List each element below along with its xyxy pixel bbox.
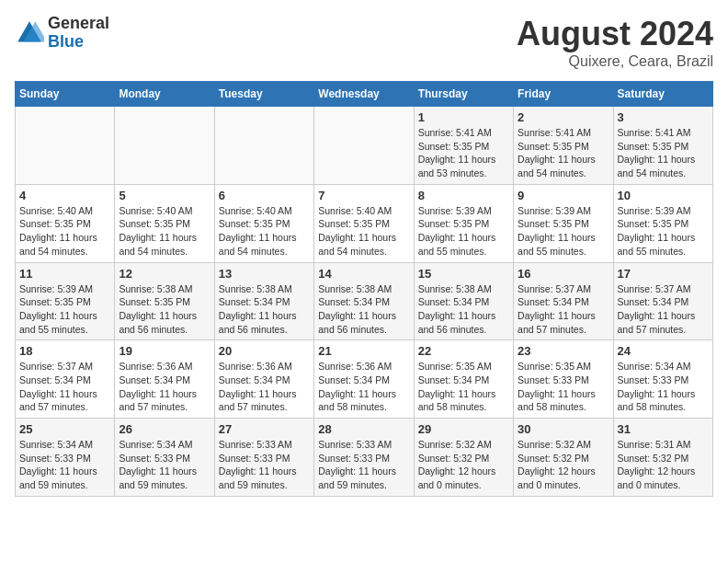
week-row-2: 4Sunrise: 5:40 AMSunset: 5:35 PMDaylight… xyxy=(16,184,713,262)
day-number: 9 xyxy=(518,189,609,202)
day-info: Sunrise: 5:41 AMSunset: 5:35 PMDaylight:… xyxy=(518,126,609,180)
day-info: Sunrise: 5:37 AMSunset: 5:34 PMDaylight:… xyxy=(19,360,110,414)
day-info: Sunrise: 5:38 AMSunset: 5:34 PMDaylight:… xyxy=(318,282,409,337)
day-number: 17 xyxy=(618,267,709,281)
day-number: 7 xyxy=(318,189,409,202)
calendar-cell: 29Sunrise: 5:32 AMSunset: 5:32 PMDayligh… xyxy=(414,419,513,497)
calendar-cell: 28Sunrise: 5:33 AMSunset: 5:33 PMDayligh… xyxy=(314,419,414,497)
calendar-cell: 16Sunrise: 5:37 AMSunset: 5:34 PMDayligh… xyxy=(514,262,613,340)
calendar-cell: 9Sunrise: 5:39 AMSunset: 5:35 PMDaylight… xyxy=(514,184,613,262)
weekday-header-sunday: Sunday xyxy=(16,82,115,107)
day-info: Sunrise: 5:36 AMSunset: 5:34 PMDaylight:… xyxy=(219,360,310,414)
calendar-cell: 6Sunrise: 5:40 AMSunset: 5:35 PMDaylight… xyxy=(214,184,313,262)
calendar-cell: 5Sunrise: 5:40 AMSunset: 5:35 PMDaylight… xyxy=(115,184,214,262)
day-number: 13 xyxy=(219,267,310,281)
day-info: Sunrise: 5:38 AMSunset: 5:35 PMDaylight:… xyxy=(119,282,210,337)
day-info: Sunrise: 5:35 AMSunset: 5:33 PMDaylight:… xyxy=(518,360,609,414)
day-info: Sunrise: 5:32 AMSunset: 5:32 PMDaylight:… xyxy=(418,438,509,492)
day-number: 6 xyxy=(219,189,310,202)
calendar-cell: 14Sunrise: 5:38 AMSunset: 5:34 PMDayligh… xyxy=(314,262,414,340)
day-number: 20 xyxy=(219,344,310,358)
calendar-cell: 22Sunrise: 5:35 AMSunset: 5:34 PMDayligh… xyxy=(414,340,513,419)
day-number: 10 xyxy=(618,189,709,202)
day-number: 4 xyxy=(19,189,110,202)
day-number: 30 xyxy=(518,422,609,436)
day-number: 26 xyxy=(119,422,210,436)
day-number: 18 xyxy=(19,344,110,358)
calendar-cell: 7Sunrise: 5:40 AMSunset: 5:35 PMDaylight… xyxy=(314,184,414,262)
calendar-cell: 4Sunrise: 5:40 AMSunset: 5:35 PMDaylight… xyxy=(16,184,115,262)
calendar-cell xyxy=(16,107,115,185)
day-info: Sunrise: 5:33 AMSunset: 5:33 PMDaylight:… xyxy=(318,438,409,492)
logo-blue-text: Blue xyxy=(48,33,109,52)
calendar-cell: 11Sunrise: 5:39 AMSunset: 5:35 PMDayligh… xyxy=(16,262,115,340)
day-number: 29 xyxy=(418,422,509,436)
calendar-cell: 12Sunrise: 5:38 AMSunset: 5:35 PMDayligh… xyxy=(115,262,214,340)
calendar-cell: 2Sunrise: 5:41 AMSunset: 5:35 PMDaylight… xyxy=(514,107,613,185)
calendar-cell: 23Sunrise: 5:35 AMSunset: 5:33 PMDayligh… xyxy=(514,340,613,419)
day-number: 1 xyxy=(418,110,509,124)
calendar-cell: 3Sunrise: 5:41 AMSunset: 5:35 PMDaylight… xyxy=(613,107,712,185)
logo-general-text: General xyxy=(48,15,109,33)
calendar-cell: 30Sunrise: 5:32 AMSunset: 5:32 PMDayligh… xyxy=(514,419,613,497)
day-info: Sunrise: 5:38 AMSunset: 5:34 PMDaylight:… xyxy=(418,282,509,337)
day-info: Sunrise: 5:40 AMSunset: 5:35 PMDaylight:… xyxy=(119,204,210,259)
calendar-cell: 13Sunrise: 5:38 AMSunset: 5:34 PMDayligh… xyxy=(214,262,313,340)
day-info: Sunrise: 5:36 AMSunset: 5:34 PMDaylight:… xyxy=(318,360,409,414)
week-row-1: 1Sunrise: 5:41 AMSunset: 5:35 PMDaylight… xyxy=(16,107,713,185)
day-number: 15 xyxy=(418,267,509,281)
week-row-3: 11Sunrise: 5:39 AMSunset: 5:35 PMDayligh… xyxy=(16,262,713,340)
day-info: Sunrise: 5:40 AMSunset: 5:35 PMDaylight:… xyxy=(318,204,409,259)
day-info: Sunrise: 5:41 AMSunset: 5:35 PMDaylight:… xyxy=(418,126,509,180)
day-number: 11 xyxy=(19,267,110,281)
calendar-cell: 17Sunrise: 5:37 AMSunset: 5:34 PMDayligh… xyxy=(613,262,712,340)
page-header: General Blue August 2024 Quixere, Ceara,… xyxy=(15,15,713,70)
day-info: Sunrise: 5:39 AMSunset: 5:35 PMDaylight:… xyxy=(518,204,609,259)
calendar-cell: 25Sunrise: 5:34 AMSunset: 5:33 PMDayligh… xyxy=(16,419,115,497)
weekday-header-monday: Monday xyxy=(115,82,214,107)
day-info: Sunrise: 5:34 AMSunset: 5:33 PMDaylight:… xyxy=(618,360,709,414)
week-row-4: 18Sunrise: 5:37 AMSunset: 5:34 PMDayligh… xyxy=(16,340,713,419)
day-info: Sunrise: 5:37 AMSunset: 5:34 PMDaylight:… xyxy=(518,282,609,337)
weekday-header-saturday: Saturday xyxy=(613,82,712,107)
calendar-cell xyxy=(115,107,214,185)
day-info: Sunrise: 5:36 AMSunset: 5:34 PMDaylight:… xyxy=(119,360,210,414)
weekday-header-thursday: Thursday xyxy=(414,82,513,107)
day-number: 16 xyxy=(518,267,609,281)
weekday-header-wednesday: Wednesday xyxy=(314,82,414,107)
day-info: Sunrise: 5:35 AMSunset: 5:34 PMDaylight:… xyxy=(418,360,509,414)
day-number: 5 xyxy=(119,189,210,202)
day-info: Sunrise: 5:37 AMSunset: 5:34 PMDaylight:… xyxy=(618,282,709,337)
day-info: Sunrise: 5:32 AMSunset: 5:32 PMDaylight:… xyxy=(518,438,609,492)
calendar-cell: 31Sunrise: 5:31 AMSunset: 5:32 PMDayligh… xyxy=(613,419,712,497)
calendar-cell: 27Sunrise: 5:33 AMSunset: 5:33 PMDayligh… xyxy=(214,419,313,497)
day-number: 8 xyxy=(418,189,509,202)
calendar-table: SundayMondayTuesdayWednesdayThursdayFrid… xyxy=(15,81,713,497)
day-number: 14 xyxy=(318,267,409,281)
logo-icon xyxy=(15,18,44,48)
day-info: Sunrise: 5:34 AMSunset: 5:33 PMDaylight:… xyxy=(119,438,210,492)
day-info: Sunrise: 5:31 AMSunset: 5:32 PMDaylight:… xyxy=(618,438,709,492)
calendar-cell: 18Sunrise: 5:37 AMSunset: 5:34 PMDayligh… xyxy=(16,340,115,419)
day-number: 22 xyxy=(418,344,509,358)
day-number: 31 xyxy=(618,422,709,436)
calendar-cell: 8Sunrise: 5:39 AMSunset: 5:35 PMDaylight… xyxy=(414,184,513,262)
calendar-cell: 10Sunrise: 5:39 AMSunset: 5:35 PMDayligh… xyxy=(613,184,712,262)
weekday-header-tuesday: Tuesday xyxy=(214,82,313,107)
calendar-cell: 1Sunrise: 5:41 AMSunset: 5:35 PMDaylight… xyxy=(414,107,513,185)
day-number: 28 xyxy=(318,422,409,436)
day-number: 23 xyxy=(518,344,609,358)
month-year-title: August 2024 xyxy=(517,15,713,53)
title-block: August 2024 Quixere, Ceara, Brazil xyxy=(517,15,713,70)
calendar-cell: 21Sunrise: 5:36 AMSunset: 5:34 PMDayligh… xyxy=(314,340,414,419)
day-info: Sunrise: 5:40 AMSunset: 5:35 PMDaylight:… xyxy=(219,204,310,259)
day-number: 27 xyxy=(219,422,310,436)
day-info: Sunrise: 5:38 AMSunset: 5:34 PMDaylight:… xyxy=(219,282,310,337)
day-number: 12 xyxy=(119,267,210,281)
logo-text: General Blue xyxy=(48,15,109,52)
day-number: 3 xyxy=(618,110,709,124)
day-info: Sunrise: 5:34 AMSunset: 5:33 PMDaylight:… xyxy=(19,438,110,492)
location-subtitle: Quixere, Ceara, Brazil xyxy=(517,53,713,70)
calendar-cell: 20Sunrise: 5:36 AMSunset: 5:34 PMDayligh… xyxy=(214,340,313,419)
day-number: 2 xyxy=(518,110,609,124)
